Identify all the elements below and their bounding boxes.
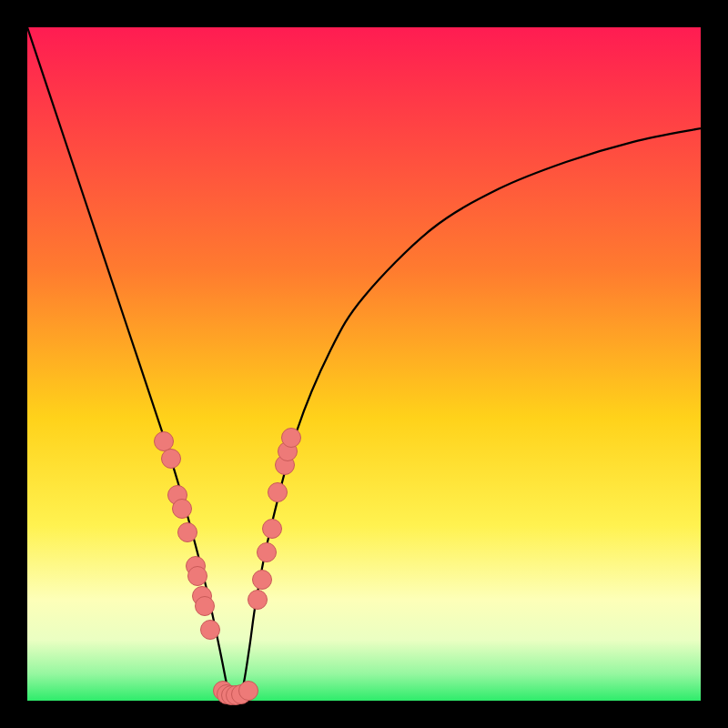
data-point [268,482,288,502]
data-points-layer [27,27,701,701]
data-point [200,620,220,640]
data-point [161,449,181,469]
data-point [257,542,277,562]
data-point [252,570,272,590]
data-point [187,566,207,586]
chart-stage: TheBottleneck.com [0,0,728,728]
data-point [281,428,301,448]
data-point [195,596,215,616]
data-point [238,681,258,701]
plot-area [27,27,701,701]
data-point [248,590,268,610]
data-point [172,499,192,519]
data-point [262,519,282,539]
data-point [177,522,197,542]
